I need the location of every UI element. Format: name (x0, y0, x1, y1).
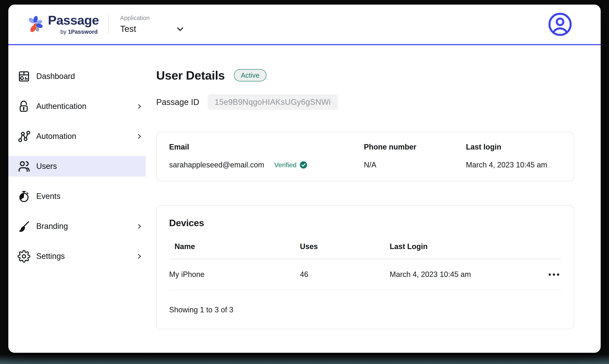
passage-id-label: Passage ID (156, 97, 199, 107)
verified-check-icon (299, 161, 307, 169)
sidebar-item-settings[interactable]: Settings (8, 246, 146, 267)
sidebar-item-events[interactable]: Events (8, 186, 146, 207)
chevron-right-icon (136, 103, 143, 110)
sidebar-item-label: Branding (36, 222, 68, 231)
status-badge: Active (234, 69, 266, 81)
devices-title: Devices (169, 218, 561, 228)
chevron-right-icon (136, 253, 143, 260)
sidebar-item-label: Events (36, 192, 60, 201)
devices-table-header: Name Uses Last Login (169, 242, 561, 259)
device-table-row: My iPhone 46 March 4, 2023 10:45 am (169, 259, 561, 290)
phone-value: N/A (364, 161, 466, 169)
email-verified-badge: Verified (274, 161, 307, 169)
unlock-icon (17, 100, 30, 113)
brand-name: Passage (48, 14, 99, 27)
sidebar-item-dashboard[interactable]: Dashboard (8, 66, 146, 87)
phone-header: Phone number (364, 143, 466, 151)
page-title: User Details (156, 69, 225, 81)
sidebar-nav: Dashboard Authentication (8, 45, 146, 353)
last-login-header: Last login (466, 143, 561, 151)
pagination-summary: Showing 1 to 3 of 3 (169, 305, 561, 314)
dashboard-icon (17, 70, 30, 83)
column-header-name: Name (169, 242, 300, 251)
chevron-right-icon (136, 223, 143, 230)
sidebar-item-label: Automation (36, 132, 76, 141)
application-value: Test (120, 25, 136, 33)
stopwatch-icon (17, 190, 30, 203)
email-header: Email (169, 143, 364, 151)
passage-logo: Passage by 1Password (26, 14, 99, 35)
app-window: Passage by 1Password Application Test (8, 5, 601, 353)
workflow-nodes-icon (17, 130, 30, 143)
application-selector[interactable]: Application Test (120, 15, 185, 34)
device-row-menu-button[interactable] (547, 273, 561, 276)
passage-flower-icon (26, 14, 44, 34)
main-content: User Details Active Passage ID 15e9B9Nqg… (146, 45, 601, 353)
contact-card: Email sarahappleseed@email.com Verified (156, 132, 574, 181)
device-last-login: March 4, 2023 10:45 am (390, 270, 541, 279)
passage-id-value: 15e9B9NqgoHIAKsUGy6gSNWi (208, 94, 338, 110)
top-header: Passage by 1Password Application Test (8, 5, 601, 45)
application-label: Application (120, 15, 185, 21)
sidebar-item-branding[interactable]: Branding (8, 216, 146, 236)
device-name: My iPhone (169, 270, 300, 279)
brand-byline: by 1Password (60, 29, 98, 35)
column-header-last-login: Last Login (390, 242, 541, 251)
header-divider (108, 15, 108, 34)
sidebar-item-label: Authentication (36, 102, 86, 111)
sidebar-item-label: Dashboard (36, 72, 75, 81)
chevron-down-icon (175, 24, 185, 34)
chevron-right-icon (136, 133, 143, 140)
column-header-uses: Uses (300, 242, 390, 251)
user-avatar-icon[interactable] (547, 12, 573, 37)
passage-id-row: Passage ID 15e9B9NqgoHIAKsUGy6gSNWi (156, 94, 601, 110)
sidebar-item-authentication[interactable]: Authentication (8, 96, 146, 117)
devices-card: Devices Name Uses Last Login My iPhone 4… (156, 205, 574, 329)
sidebar-item-label: Users (36, 162, 57, 171)
paintbrush-icon (17, 220, 30, 233)
sidebar-item-users[interactable]: Users (8, 156, 146, 177)
sidebar-item-automation[interactable]: Automation (8, 126, 146, 147)
email-value: sarahappleseed@email.com (169, 161, 264, 169)
last-login-value: March 4, 2023 10:45 am (466, 161, 561, 169)
sidebar-item-label: Settings (36, 252, 65, 261)
device-uses: 46 (300, 270, 390, 279)
gear-icon (17, 250, 30, 263)
users-icon (17, 160, 30, 173)
